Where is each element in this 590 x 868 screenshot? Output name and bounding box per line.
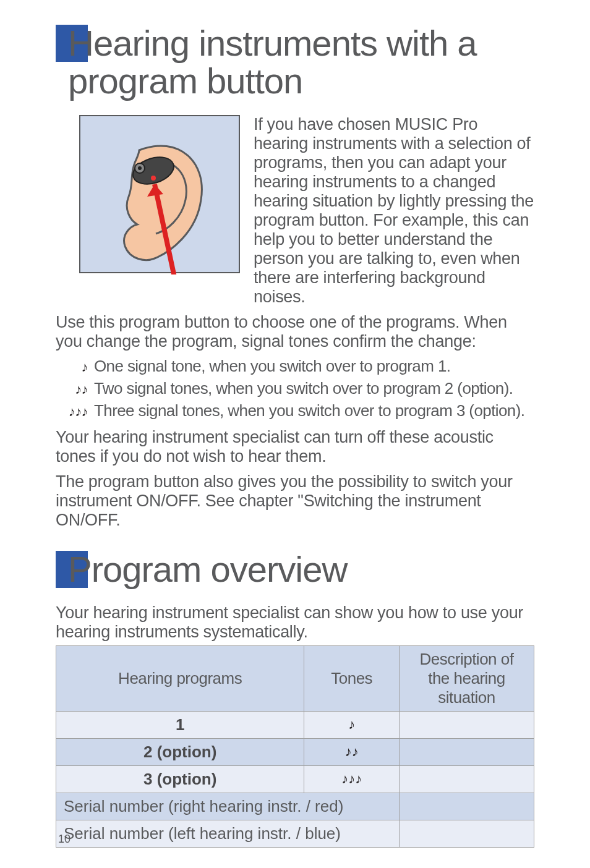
section1-heading-wrap: Hearing instruments with a program butto… [56,25,534,100]
section2-title: Program overview [56,551,534,589]
cell-desc [400,765,534,793]
tone-list: ♪ One signal tone, when you switch over … [56,356,534,421]
tone-item-1: ♪ One signal tone, when you switch over … [56,356,534,377]
section1-intro: If you have chosen MUSIC Pro hearing ins… [254,115,534,307]
cell-program: 1 [56,711,304,738]
image-text-row: If you have chosen MUSIC Pro hearing ins… [56,115,534,307]
cell-desc [400,711,534,738]
table-row: 3 (option) ♪♪♪ [56,765,534,793]
table-row: 2 (option) ♪♪ [56,738,534,765]
svg-point-2 [138,166,142,170]
section1-para1: Use this program button to choose one of… [56,313,534,351]
cell-desc [400,738,534,765]
tone-text: One signal tone, when you switch over to… [94,356,450,377]
serial-right-row: Serial number (right hearing instr. / re… [56,793,534,820]
svg-point-3 [151,176,156,181]
table-header-row: Hearing programs Tones Description of th… [56,645,534,711]
serial-left-label: Serial number (left hearing instr. / blu… [56,820,400,847]
cell-tones: ♪ [304,711,400,738]
th-description: Description of the hearing situation [400,645,534,711]
section2-heading-wrap: Program overview [56,551,534,589]
section1-para2: Your hearing instrument specialist can t… [56,428,534,466]
cell-tones: ♪♪ [304,738,400,765]
note-icon: ♪ [56,359,88,377]
cell-tones: ♪♪♪ [304,765,400,793]
serial-right-value [400,793,534,820]
th-tones: Tones [304,645,400,711]
tone-text: Two signal tones, when you switch over t… [94,378,513,399]
th-programs: Hearing programs [56,645,304,711]
tone-item-3: ♪♪♪ Three signal tones, when you switch … [56,401,534,422]
cell-program: 2 (option) [56,738,304,765]
serial-left-value [400,820,534,847]
tone-item-2: ♪♪ Two signal tones, when you switch ove… [56,378,534,399]
section1-para3: The program button also gives you the po… [56,472,534,530]
cell-program: 3 (option) [56,765,304,793]
section1-title: Hearing instruments with a program butto… [56,25,534,100]
program-table: Hearing programs Tones Description of th… [56,645,534,848]
note-icon: ♪♪♪ [56,403,88,421]
section2-intro: Your hearing instrument specialist can s… [56,603,534,642]
page-number: 10 [58,833,71,846]
tone-text: Three signal tones, when you switch over… [94,401,524,422]
note-icon: ♪♪ [56,381,88,399]
ear-diagram [79,115,240,273]
table-row: 1 ♪ [56,711,534,738]
serial-left-row: Serial number (left hearing instr. / blu… [56,820,534,847]
serial-right-label: Serial number (right hearing instr. / re… [56,793,400,820]
